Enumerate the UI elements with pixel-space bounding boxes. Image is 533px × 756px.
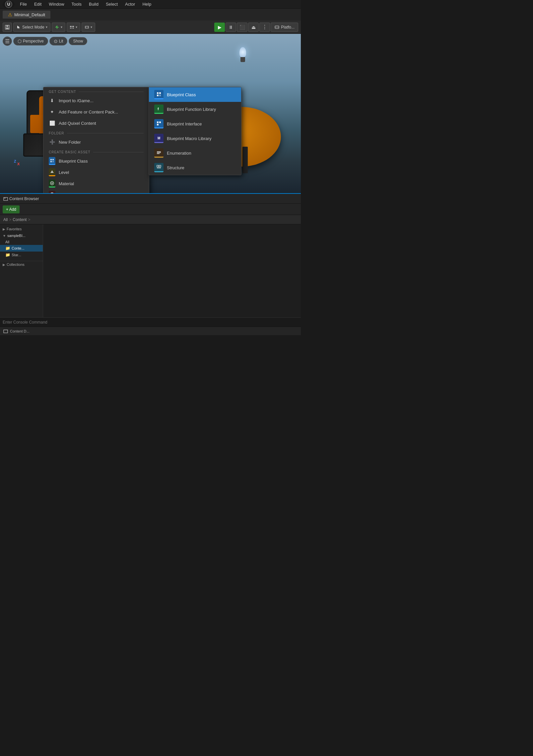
level-item[interactable]: Level — [43, 167, 149, 178]
menu-actor[interactable]: Actor — [122, 1, 138, 7]
project-tab-icon: ⚠ — [8, 12, 12, 17]
axis-indicator: Z X — [7, 150, 23, 167]
svg-rect-19 — [52, 159, 54, 160]
svg-rect-21 — [52, 161, 54, 162]
svg-rect-18 — [50, 159, 52, 160]
breadcrumb-content[interactable]: Content — [13, 217, 27, 222]
starter-label: Star... — [12, 253, 21, 257]
svg-rect-42 — [4, 197, 6, 198]
content-tree-item[interactable]: 📁 Conte... — [0, 245, 43, 252]
content-browser: Content Browser + Add All > Content > ▶ … — [0, 194, 301, 327]
sample-section[interactable]: ▼ sampleBI... — [0, 232, 43, 239]
add-content-button[interactable]: ▾ — [52, 23, 65, 32]
svg-rect-36 — [157, 152, 161, 153]
perspective-button[interactable]: ⬡ Perspective — [13, 37, 48, 45]
add-feature-item[interactable]: ✦ Add Feature or Content Pack... — [43, 106, 149, 117]
play-button[interactable]: ▶ — [214, 23, 225, 32]
svg-rect-40 — [157, 168, 161, 168]
niagara-icon — [49, 191, 55, 193]
unreal-logo[interactable]: U — [3, 0, 15, 8]
starter-tree-item[interactable]: 📁 Star... — [0, 252, 43, 258]
breadcrumb-sep2: > — [28, 217, 30, 222]
show-button[interactable]: Show — [69, 37, 87, 45]
svg-rect-39 — [159, 165, 161, 167]
svg-rect-31 — [157, 121, 159, 123]
menu-select[interactable]: Select — [102, 1, 121, 7]
save-button[interactable] — [3, 23, 12, 32]
bp-class-submenu-icon — [154, 90, 164, 99]
import-game-item[interactable]: ⬇ Import to /Game... — [43, 95, 149, 106]
content-browser-main[interactable] — [43, 224, 301, 317]
cinematic-button[interactable]: ▾ — [82, 23, 95, 32]
viewport-menu-button[interactable]: ☰ — [3, 37, 12, 46]
platform-button[interactable]: Platfo... — [271, 23, 298, 32]
svg-rect-29 — [159, 95, 161, 96]
bulb-base — [240, 57, 245, 62]
all-tree-item[interactable]: All — [0, 239, 43, 245]
toolbar: Select Mode ▾ ▾ ▾ ▾ ▶ ⏸ ⬛ ⏏ ⋮ Platfo... — [0, 21, 301, 34]
more-button[interactable]: ⋮ — [259, 23, 270, 32]
menu-file[interactable]: File — [17, 1, 30, 7]
svg-text:f: f — [158, 107, 159, 111]
blueprint-class-label: Blueprint Class — [59, 159, 88, 164]
bp-func-submenu-label: Blueprint Function Library — [167, 107, 216, 112]
title-bar: ⚠ Minimal_Default — [0, 9, 301, 21]
svg-rect-7 — [56, 26, 57, 27]
blueprint-class-item[interactable]: Blueprint Class — [43, 155, 149, 167]
bp-class-submenu-item[interactable]: Blueprint Class — [149, 87, 241, 102]
lit-icon: ⊙ — [54, 38, 58, 44]
lit-button[interactable]: ⊙ Lit — [49, 37, 68, 45]
eject-button[interactable]: ⏏ — [248, 23, 259, 32]
console-input[interactable] — [3, 320, 298, 325]
svg-rect-28 — [157, 95, 159, 96]
pause-button[interactable]: ⏸ — [226, 23, 236, 32]
perspective-icon: ⬡ — [18, 38, 22, 44]
project-tab[interactable]: ⚠ Minimal_Default — [3, 11, 50, 19]
select-mode-button[interactable]: Select Mode ▾ — [13, 23, 50, 32]
favorites-section[interactable]: ▶ Favorites — [0, 226, 43, 232]
menu-edit[interactable]: Edit — [31, 1, 45, 7]
niagara-item[interactable]: Niagara System — [43, 189, 149, 193]
struct-submenu-icon — [154, 163, 164, 172]
bp-iface-submenu-item[interactable]: Blueprint Interface — [149, 116, 241, 131]
niagara-label: Niagara System — [59, 192, 89, 193]
collections-expand-arrow: ▶ — [3, 263, 5, 266]
enumeration-submenu-label: Enumeration — [167, 151, 191, 156]
content-browser-title: Content Browser — [3, 196, 39, 201]
menu-build[interactable]: Build — [86, 1, 102, 7]
stop-button[interactable]: ⬛ — [237, 23, 247, 32]
import-icon: ⬇ — [49, 97, 55, 104]
add-feature-icon: ✦ — [49, 109, 55, 115]
svg-rect-27 — [159, 92, 161, 94]
sample-expand-arrow: ▼ — [3, 234, 6, 238]
new-folder-item[interactable]: ➕ New Folder — [43, 136, 149, 148]
menu-window[interactable]: Window — [45, 1, 67, 7]
favorites-expand-arrow: ▶ — [3, 227, 5, 231]
bp-func-submenu-item[interactable]: f Blueprint Function Library — [149, 102, 241, 116]
mode-button[interactable]: ▾ — [67, 23, 80, 32]
bp-macro-submenu-label: Blueprint Macro Library — [167, 136, 211, 141]
bp-class-submenu-label: Blueprint Class — [167, 92, 196, 97]
content-browser-sidebar: ▶ Favorites ▼ sampleBI... All 📁 Conte...… — [0, 224, 43, 317]
blueprint-class-icon — [49, 158, 55, 164]
structure-submenu-item[interactable]: Structure — [149, 160, 241, 175]
svg-point-16 — [276, 27, 277, 28]
breadcrumb-all[interactable]: All — [3, 217, 8, 222]
content-browser-body: ▶ Favorites ▼ sampleBI... All 📁 Conte...… — [0, 224, 301, 317]
enumeration-submenu-item[interactable]: Enumeration — [149, 146, 241, 160]
viewport[interactable]: ☰ ⬡ Perspective ⊙ Lit Show Z X GE — [0, 34, 301, 193]
menu-tools[interactable]: Tools — [68, 1, 85, 7]
viewport-toolbar: ☰ ⬡ Perspective ⊙ Lit Show — [3, 37, 87, 46]
content-browser-area: Content Browser + Add All > Content > ▶ … — [0, 193, 301, 327]
add-quixel-item[interactable]: ⬜ Add Quixel Content — [43, 117, 149, 129]
axis-z-label: Z — [14, 159, 16, 163]
svg-rect-38 — [157, 165, 159, 167]
menu-help[interactable]: Help — [139, 1, 155, 7]
axis-x-label: X — [17, 162, 20, 166]
collections-section[interactable]: ▶ Collections — [0, 261, 43, 268]
material-item[interactable]: Material — [43, 178, 149, 189]
svg-rect-8 — [70, 26, 72, 27]
add-content-btn[interactable]: + Add — [3, 205, 20, 213]
bp-macro-submenu-item[interactable]: M Blueprint Macro Library — [149, 131, 241, 146]
content-drawer-tab[interactable]: Content D... — [0, 327, 301, 335]
